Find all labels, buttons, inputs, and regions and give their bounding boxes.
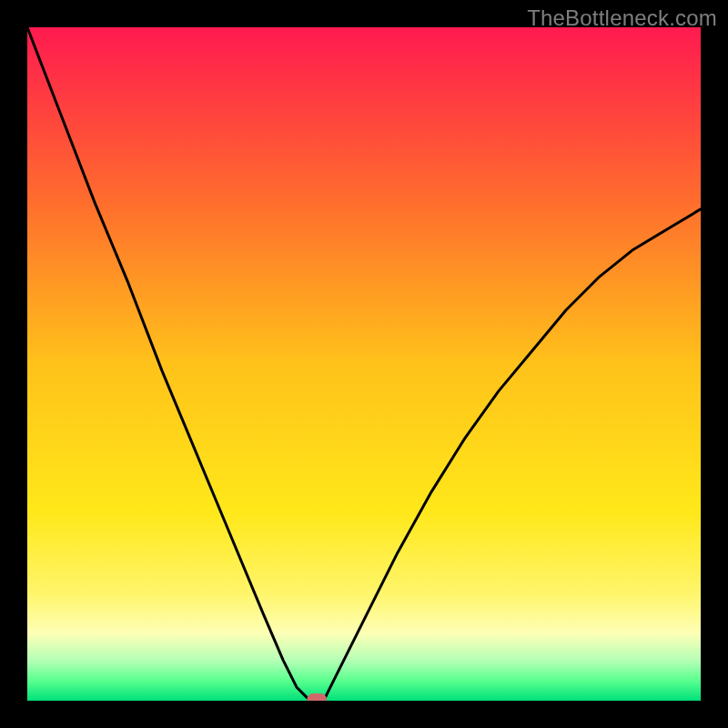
gradient-background — [27, 27, 701, 701]
optimum-marker — [307, 693, 327, 701]
plot-area — [27, 27, 701, 701]
chart-svg — [27, 27, 701, 701]
chart-frame: TheBottleneck.com — [0, 0, 728, 728]
